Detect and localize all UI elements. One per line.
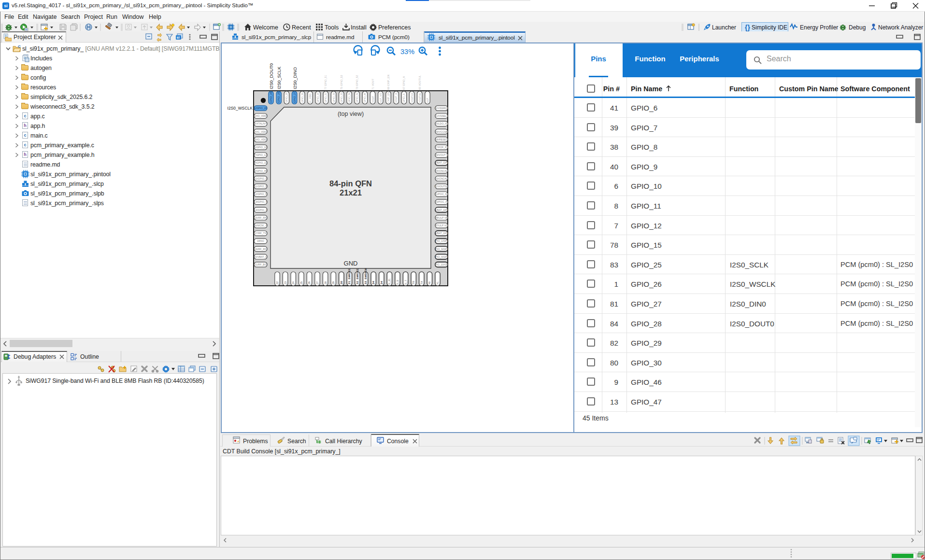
svg-text:19/RF_RX: 19/RF_RX — [255, 248, 267, 251]
svg-text:14/GPIO_4: 14/GPIO_4 — [254, 209, 267, 211]
svg-text:GPIO_27: GPIO_27 — [293, 92, 296, 103]
svg-text:61/VSSELS: 61/VSSELS — [435, 114, 448, 117]
svg-text:(top view): (top view) — [338, 111, 364, 117]
svg-text:GPIO_A: GPIO_A — [402, 93, 405, 103]
svg-text:Welcome: Welcome — [253, 24, 278, 31]
svg-text:Energy Profiler: Energy Profiler — [800, 24, 838, 31]
svg-text:PIO_4/GPI: PIO_4/GPI — [435, 255, 448, 258]
svg-text:34: 34 — [380, 281, 383, 284]
svg-text:GPIO_15: GPIO_15 — [316, 92, 319, 103]
svg-text:VOUTLD: VOUTLD — [411, 93, 413, 103]
svg-text:50/POC_IN: 50/POC_IN — [435, 200, 448, 203]
svg-text:4/IC_VDD: 4/IC_VDD — [255, 130, 267, 133]
svg-text:GPIO_53: GPIO_53 — [340, 92, 343, 103]
svg-text:67 GPIO_A: 67 GPIO_A — [402, 76, 405, 90]
svg-text:22: 22 — [276, 281, 279, 284]
svg-text:51/POC_ST: 51/POC_ST — [435, 193, 449, 196]
svg-text:GPIO_52: GPIO_52 — [356, 92, 358, 103]
svg-text:23: 23 — [284, 281, 287, 284]
svg-text:ULP_VO: ULP_VO — [379, 93, 382, 103]
svg-text:73 GPIO_52: 73 GPIO_52 — [356, 75, 358, 90]
svg-text:0_31: 0_31 — [388, 279, 391, 284]
svg-text:VOUT_D: VOUT_D — [395, 93, 398, 103]
svg-text:GPIO_25: GPIO_25 — [277, 92, 280, 103]
svg-text:62/VSSRCK: 62/VSSRCK — [434, 107, 449, 110]
svg-text:29: 29 — [332, 281, 335, 284]
svg-text:VBAT_GPI: VBAT_GPI — [435, 209, 448, 211]
svg-text:25: 25 — [300, 281, 303, 284]
svg-text:I2S0_WSCLK: I2S0_WSCLK — [228, 106, 253, 111]
svg-text:20/VBAT_G: 20/VBAT_G — [254, 255, 268, 258]
svg-text:CHIP_EN: CHIP_EN — [387, 92, 390, 103]
svg-text:31_SMOKE: 31_SMOKE — [347, 268, 351, 284]
svg-text:TX: TX — [420, 281, 423, 284]
svg-text:48/ULP VB: 48/ULP VB — [435, 216, 448, 219]
svg-text:Network Analyzer: Network Analyzer — [878, 24, 923, 31]
svg-text:ULP: ULP — [426, 98, 429, 103]
svg-text:Launcher: Launcher — [712, 24, 736, 31]
svg-text:53/CNCAL: 53/CNCAL — [435, 177, 447, 180]
svg-text:6/GPIO_10: 6/GPIO_10 — [254, 146, 267, 149]
svg-text:I2S0_DINO: I2S0_DINO — [293, 67, 298, 89]
svg-text:69 CHIP_EN: 69 CHIP_EN — [387, 74, 390, 90]
svg-text:32_SMOKE: 32_SMOKE — [356, 268, 359, 284]
svg-text:60/LDO_N1: 60/LDO_N1 — [435, 122, 448, 125]
svg-text:TR: TR — [412, 281, 415, 284]
svg-text:56/VOUT V: 56/VOUT V — [435, 154, 448, 156]
svg-text:GPIO_30: GPIO_30 — [301, 92, 304, 103]
svg-text:12/GPIO_N: 12/GPIO_N — [254, 193, 268, 196]
svg-text:Preferences: Preferences — [378, 24, 411, 31]
svg-text:65 VOUTUL: 65 VOUTUL — [418, 75, 421, 90]
svg-text:71 VOUT: 71 VOUT — [371, 78, 374, 90]
svg-text:26: 26 — [308, 281, 311, 284]
svg-text:18/NC: 18/NC — [257, 239, 264, 242]
svg-text:PIO_1/GPI: PIO_1/GPI — [435, 239, 448, 242]
svg-text:{}: {} — [745, 24, 750, 31]
svg-text:0_5: 0_5 — [396, 280, 399, 284]
svg-text:0_7: 0_7 — [404, 280, 407, 284]
svg-text:IC_VDD: IC_VDD — [309, 94, 312, 103]
svg-text:2/IO_VDD: 2/IO_VDD — [255, 114, 266, 117]
svg-text:I2S0_SCLK: I2S0_SCLK — [277, 67, 282, 89]
svg-text:47/ULP VO: 47/ULP VO — [435, 224, 448, 227]
svg-text:Debug: Debug — [849, 24, 866, 31]
svg-text:84-pin QFN: 84-pin QFN — [329, 179, 372, 188]
svg-text:VOUT: VOUT — [371, 96, 374, 103]
svg-text:58/RESET: 58/RESET — [435, 138, 448, 141]
svg-text:1/GPIO_26: 1/GPIO_26 — [254, 107, 267, 110]
svg-text:GND: GND — [344, 260, 358, 267]
svg-text:16/MCM_ A: 16/MCM_ A — [254, 224, 268, 227]
svg-text:11/GPIO_5: 11/GPIO_5 — [254, 185, 267, 188]
svg-text:GPIO_29: GPIO_29 — [285, 92, 288, 103]
svg-text:I2S0_DOUT0: I2S0_DOUT0 — [269, 63, 274, 89]
svg-text:15/RF_RX: 15/RF_RX — [255, 216, 267, 219]
svg-text:5/IO_VDD: 5/IO_VDD — [255, 138, 266, 141]
svg-text:PIO_10/GP: PIO_10/GP — [435, 263, 448, 266]
svg-text:59/VCCSB: 59/VCCSB — [435, 130, 448, 133]
svg-text:17/RF_TX: 17/RF_TX — [255, 232, 267, 235]
svg-text:10/GPIO_5: 10/GPIO_5 — [254, 177, 267, 180]
svg-text:24: 24 — [292, 281, 295, 284]
svg-text:28: 28 — [324, 281, 327, 284]
svg-text:13/GPIO_4: 13/GPIO_4 — [254, 200, 267, 203]
svg-text:GPIO_28: GPIO_28 — [270, 92, 272, 103]
svg-text:Install: Install — [351, 24, 367, 31]
svg-text:C: C — [18, 44, 21, 49]
svg-text:Recent: Recent — [292, 24, 311, 31]
svg-text:30: 30 — [340, 281, 343, 284]
svg-text:3/XTAL/NT: 3/XTAL/NT — [255, 122, 268, 125]
svg-text:54/CNCAL: 54/CNCAL — [435, 169, 447, 172]
svg-text:VBAT_GPI: VBAT_GPI — [435, 232, 448, 235]
svg-text:52/VOUTSC: 52/VOUTSC — [434, 185, 449, 188]
svg-text:VBAT_GPI: VBAT_GPI — [435, 161, 448, 164]
svg-text:VOUTUL: VOUTUL — [418, 93, 421, 103]
svg-text:75 GPIO_53: 75 GPIO_53 — [340, 75, 343, 90]
svg-text:77 GPIO_51: 77 GPIO_51 — [324, 75, 327, 90]
svg-text:40: 40 — [428, 281, 431, 284]
svg-text:9/GPIO_46: 9/GPIO_46 — [254, 169, 267, 172]
svg-text:21/RF_BG: 21/RF_BG — [255, 263, 267, 266]
svg-text:7/GPIO_12: 7/GPIO_12 — [254, 154, 267, 156]
svg-text:21x21: 21x21 — [340, 188, 362, 197]
svg-text:GPIO_50: GPIO_50 — [332, 92, 335, 103]
svg-text:Tools: Tools — [325, 24, 339, 31]
